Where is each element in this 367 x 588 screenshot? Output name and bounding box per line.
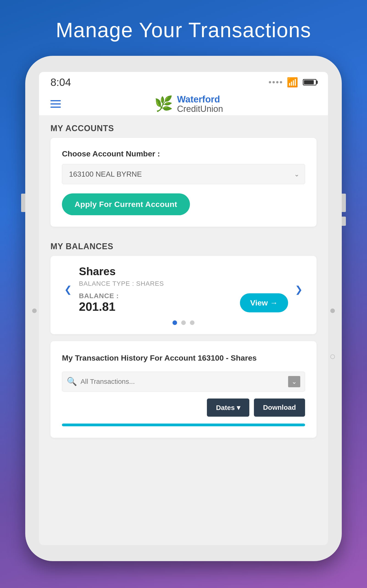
carousel-next-button[interactable]: ❯: [293, 282, 305, 297]
hamburger-line-2: [50, 103, 61, 104]
balance-amount: 201.81: [79, 300, 119, 313]
tablet-frame: 8:04 📶 🌿: [25, 56, 342, 561]
tablet-dot-right: [330, 309, 335, 313]
balance-label: BALANCE :: [79, 292, 119, 300]
main-content: MY ACCOUNTS Choose Account Number : 1631…: [39, 115, 328, 545]
transaction-progress-bar: [62, 424, 305, 426]
logo-icon: 🌿: [154, 95, 173, 112]
carousel-dot-2[interactable]: [181, 320, 186, 325]
battery-icon: [303, 79, 317, 86]
dates-filter-button[interactable]: Dates ▾: [207, 398, 249, 417]
download-button[interactable]: Download: [254, 398, 305, 417]
balances-card: ❮ Shares BALANCE TYPE : SHARES BALANCE :…: [50, 256, 317, 334]
choose-account-label: Choose Account Number :: [62, 149, 305, 158]
status-time: 8:04: [50, 76, 71, 88]
action-buttons-row: Dates ▾ Download: [62, 398, 305, 417]
status-icons: 📶: [269, 77, 317, 88]
accounts-card: Choose Account Number : 163100 NEAL BYRN…: [50, 138, 317, 227]
balance-carousel: ❮ Shares BALANCE TYPE : SHARES BALANCE :…: [62, 265, 305, 313]
carousel-dot-1[interactable]: [173, 320, 177, 325]
my-accounts-section-header: MY ACCOUNTS: [50, 115, 317, 138]
signal-icon: [269, 81, 282, 83]
app-header: 🌿 Waterford CreditUnion: [39, 93, 328, 115]
account-number-select[interactable]: 163100 NEAL BYRNE: [62, 164, 305, 184]
tablet-dot-left: [32, 309, 37, 313]
apply-current-account-button[interactable]: Apply For Current Account: [62, 193, 190, 215]
carousel-dot-3[interactable]: [190, 320, 194, 325]
transaction-history-title: My Transaction History For Account 16310…: [62, 353, 305, 363]
carousel-prev-button[interactable]: ❮: [62, 282, 74, 297]
tablet-screen: 8:04 📶 🌿: [39, 72, 328, 545]
balance-row: BALANCE : 201.81 View →: [79, 292, 288, 313]
hamburger-menu-button[interactable]: [50, 100, 61, 108]
balance-type-label: BALANCE TYPE : SHARES: [79, 280, 288, 287]
balance-title: Shares: [79, 265, 288, 278]
carousel-dots: [62, 320, 305, 325]
view-balance-button[interactable]: View →: [240, 293, 288, 312]
status-bar: 8:04 📶: [39, 72, 328, 93]
page-title: Manage Your Transactions: [56, 18, 311, 42]
logo-waterford-text: Waterford: [177, 94, 223, 104]
balance-value-area: BALANCE : 201.81: [79, 292, 119, 313]
balance-details: Shares BALANCE TYPE : SHARES BALANCE : 2…: [74, 265, 293, 313]
wifi-icon: 📶: [287, 77, 298, 88]
transaction-search-input[interactable]: [81, 378, 288, 385]
search-icon: 🔍: [67, 377, 77, 386]
hamburger-line-3: [50, 107, 61, 108]
transaction-history-card: My Transaction History For Account 16310…: [50, 341, 317, 438]
logo-creditunion-text: CreditUnion: [177, 104, 223, 114]
tablet-camera: [330, 355, 335, 359]
tablet-side-button-right: [342, 194, 346, 212]
tablet-side-button-right2: [342, 216, 346, 226]
hamburger-line-1: [50, 100, 61, 101]
app-logo: 🌿 Waterford CreditUnion: [154, 94, 223, 114]
transaction-search-wrapper: 🔍 ⌄: [62, 372, 305, 392]
account-select-wrapper: 163100 NEAL BYRNE ⌄: [62, 164, 305, 184]
search-filter-dropdown-icon[interactable]: ⌄: [288, 376, 300, 387]
my-balances-section-header: MY BALANCES: [50, 233, 317, 256]
